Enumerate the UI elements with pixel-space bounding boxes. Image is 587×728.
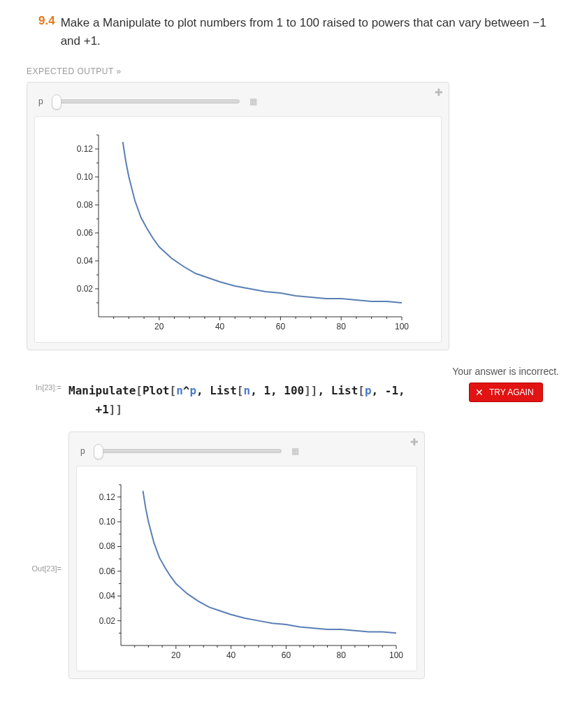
svg-text:0.02: 0.02 xyxy=(76,284,93,294)
svg-text:0.10: 0.10 xyxy=(76,172,93,182)
slider-row: p ▦ xyxy=(76,439,417,466)
svg-text:100: 100 xyxy=(389,650,403,660)
slider-thumb[interactable] xyxy=(52,94,61,110)
plot-svg: 0.020.040.060.080.100.1220406080100 xyxy=(85,476,406,665)
svg-text:40: 40 xyxy=(215,322,224,331)
svg-text:20: 20 xyxy=(171,650,181,660)
svg-text:60: 60 xyxy=(282,650,291,660)
svg-text:0.06: 0.06 xyxy=(76,228,93,238)
panel-expand-icon[interactable]: ✚ xyxy=(410,436,419,448)
slider-track[interactable] xyxy=(54,99,240,104)
svg-text:80: 80 xyxy=(336,322,346,331)
exercise-header: 9.4 Make a Manipulate to plot numbers fr… xyxy=(0,14,587,50)
output-label: Out[23]= xyxy=(0,431,68,573)
slider-anim-icon[interactable]: ▦ xyxy=(290,446,300,456)
svg-text:40: 40 xyxy=(226,650,236,660)
feedback-message: Your answer is incorrect. xyxy=(0,366,559,377)
output-manipulate-panel: ✚ p ▦ 0.020.040.060.080.100.122040608010… xyxy=(68,431,425,679)
slider-anim-icon[interactable]: ▦ xyxy=(248,97,258,106)
input-code[interactable]: Manipulate[Plot[n^p, List[n, 1, 100]], L… xyxy=(68,381,456,419)
slider-row: p ▦ xyxy=(34,90,442,116)
input-label: In[23]:= xyxy=(0,381,68,392)
plot-area-expected: 0.020.040.060.080.100.1220406080100 xyxy=(34,116,442,343)
svg-text:80: 80 xyxy=(337,650,347,660)
svg-text:0.12: 0.12 xyxy=(76,144,93,154)
svg-text:0.12: 0.12 xyxy=(99,492,116,502)
svg-text:0.10: 0.10 xyxy=(99,517,116,527)
panel-expand-icon[interactable]: ✚ xyxy=(435,87,443,98)
slider-label: p xyxy=(80,446,90,456)
svg-text:100: 100 xyxy=(394,322,408,331)
slider-track[interactable] xyxy=(96,449,282,453)
try-again-label: TRY AGAIN xyxy=(489,387,534,397)
output-block: Out[23]= ✚ p ▦ 0.020.040.060.080.100.122… xyxy=(0,431,587,679)
svg-text:20: 20 xyxy=(154,322,164,331)
plot-area-output: 0.020.040.060.080.100.1220406080100 xyxy=(76,466,417,671)
svg-text:0.04: 0.04 xyxy=(99,592,116,601)
svg-text:0.08: 0.08 xyxy=(76,200,93,210)
slider-label: p xyxy=(38,97,48,106)
svg-text:0.08: 0.08 xyxy=(99,542,116,552)
slider-thumb[interactable] xyxy=(94,444,103,459)
svg-text:0.02: 0.02 xyxy=(99,616,116,626)
exercise-number: 9.4 xyxy=(38,14,55,28)
svg-text:0.06: 0.06 xyxy=(99,566,116,576)
expected-output-label: EXPECTED OUTPUT xyxy=(27,66,587,76)
svg-text:0.04: 0.04 xyxy=(76,256,93,266)
expected-manipulate-panel: ✚ p ▦ 0.020.040.060.080.100.122040608010… xyxy=(27,82,449,350)
exercise-text: Make a Manipulate to plot numbers from 1… xyxy=(61,14,559,50)
close-icon: ✕ xyxy=(475,387,484,397)
input-block: In[23]:= Manipulate[Plot[n^p, List[n, 1,… xyxy=(0,381,587,419)
try-again-button[interactable]: ✕ TRY AGAIN xyxy=(469,383,543,402)
plot-svg: 0.020.040.060.080.100.1220406080100 xyxy=(62,127,412,336)
svg-text:60: 60 xyxy=(275,322,285,331)
